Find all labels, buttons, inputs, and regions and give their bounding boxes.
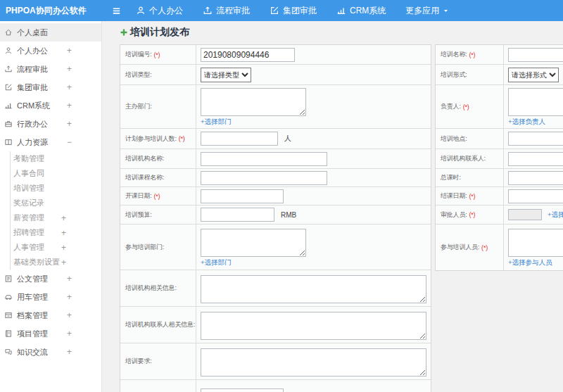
edit-icon <box>270 6 279 15</box>
sidebar: 个人桌面 个人办公 + 流程审批 + 集团审批 + CRM系统 + 行政办公 <box>0 21 102 392</box>
form-row: 总课时: <box>436 169 563 187</box>
expand-toggle[interactable]: + <box>61 258 66 267</box>
form-left-table: 培训编号:(*) 培训类型: 请选择类型 主办部门: +选择部门 计划参与培训人… <box>120 44 431 392</box>
sidebar-item[interactable]: 薪资管理 + <box>10 210 101 225</box>
attachment-input[interactable] <box>201 388 284 392</box>
expand-toggle[interactable]: + <box>67 329 72 339</box>
archive-icon <box>4 311 13 320</box>
edit-icon <box>4 83 13 91</box>
expand-toggle[interactable]: + <box>67 46 72 56</box>
select-leader-link[interactable]: +选择负责人 <box>508 118 545 127</box>
notebook-icon <box>4 329 13 338</box>
join-people-textarea[interactable] <box>508 229 563 257</box>
planned-count-input[interactable] <box>201 132 278 146</box>
org-name-input[interactable] <box>201 152 327 166</box>
expand-toggle[interactable]: + <box>61 243 66 253</box>
page-head: 培训计划发布 <box>120 26 189 39</box>
required-marker: (*) <box>154 193 160 200</box>
org-contact-info-textarea[interactable] <box>201 312 426 340</box>
doc-icon <box>4 274 13 283</box>
expand-toggle[interactable]: + <box>67 347 72 357</box>
sidebar-item[interactable]: 人事合同 <box>10 166 101 181</box>
sidebar-item[interactable]: 个人办公 + <box>0 42 101 60</box>
select-join-dept-link[interactable]: +选择部门 <box>201 258 232 267</box>
training-type-select[interactable]: 请选择类型 <box>201 68 251 82</box>
nav-item[interactable]: 集团审批 <box>270 5 317 17</box>
sidebar-item[interactable]: 人事管理 + <box>10 240 101 255</box>
sidebar-item[interactable]: 档案管理 + <box>0 306 101 324</box>
training-number-input[interactable] <box>201 48 295 62</box>
field-label: 培训类型: <box>120 65 196 84</box>
expand-toggle[interactable]: − <box>67 137 72 147</box>
sidebar-item[interactable]: 用车管理 + <box>0 288 101 306</box>
nav-item[interactable]: 流程审批 <box>203 5 250 17</box>
sidebar-item[interactable]: 人力资源 − <box>0 133 101 151</box>
field-label: 培训机构相关信息: <box>120 270 196 306</box>
caret-down-icon <box>443 8 449 14</box>
course-name-input[interactable] <box>201 171 327 185</box>
expand-toggle[interactable]: + <box>67 101 72 110</box>
sidebar-item[interactable]: 流程审批 + <box>0 60 101 78</box>
nav-item[interactable]: CRM系统 <box>336 5 386 17</box>
nav-item[interactable]: 个人办公 <box>136 5 183 17</box>
briefcase-icon <box>4 120 13 128</box>
share-icon <box>4 65 13 73</box>
expand-toggle[interactable]: + <box>67 292 72 302</box>
field-label: 结课日期:(*) <box>436 187 504 205</box>
form-row: 培训机构名称: <box>120 149 431 169</box>
form-row: 培训形式: 请选择形式 <box>436 65 563 85</box>
expand-toggle[interactable]: + <box>67 119 72 129</box>
nav-item[interactable]: 更多应用 <box>405 5 449 17</box>
sidebar-item[interactable]: 培训管理 <box>10 181 101 196</box>
sidebar-item[interactable]: 集团审批 + <box>0 78 101 96</box>
required-marker: (*) <box>469 193 476 200</box>
select-dept-link[interactable]: +选择部门 <box>201 118 232 127</box>
select-approver-link[interactable]: +选择审批人员 <box>548 210 563 220</box>
training-name-input[interactable] <box>508 48 563 62</box>
sidebar-item[interactable]: 考勤管理 <box>10 151 101 166</box>
home-icon <box>4 28 13 37</box>
total-hours-input[interactable] <box>508 171 563 185</box>
sidebar-item[interactable]: 知识交流 + <box>0 343 101 361</box>
expand-toggle[interactable]: + <box>67 310 72 320</box>
form-row: 计划参与培训人数:(*) 人 <box>120 129 431 149</box>
form-row: 主办部门: +选择部门 <box>120 85 431 129</box>
plus-icon <box>120 28 128 37</box>
form-row: 培训课程名称: <box>120 169 431 187</box>
field-label: 培训名称:(*) <box>436 45 504 64</box>
expand-toggle[interactable]: + <box>61 213 66 223</box>
join-dept-textarea[interactable] <box>201 229 306 257</box>
field-label: 附件文档: <box>120 380 196 392</box>
org-info-textarea[interactable] <box>201 275 426 303</box>
sidebar-item[interactable]: 项目管理 + <box>0 324 101 343</box>
chat-icon <box>4 348 13 356</box>
sidebar-item[interactable]: CRM系统 + <box>0 96 101 115</box>
expand-toggle[interactable]: + <box>67 82 72 92</box>
training-mode-select[interactable]: 请选择形式 <box>508 68 559 82</box>
approver-input[interactable] <box>508 209 542 220</box>
org-contact-input[interactable] <box>508 152 563 166</box>
expand-toggle[interactable]: + <box>67 64 72 74</box>
unit-suffix: 人 <box>284 134 291 144</box>
sidebar-item[interactable]: 招聘管理 + <box>10 225 101 240</box>
form-row: 参与培训部门: +选择部门 <box>120 225 431 270</box>
expand-toggle[interactable]: + <box>67 274 72 284</box>
host-dept-textarea[interactable] <box>201 88 306 116</box>
sidebar-item[interactable]: 行政办公 + <box>0 115 101 133</box>
end-date-input[interactable] <box>508 189 563 203</box>
sidebar-item[interactable]: 基础类别设置 + <box>10 255 101 270</box>
expand-toggle[interactable]: + <box>61 228 66 238</box>
select-join-people-link[interactable]: +选择参与人员 <box>508 258 552 267</box>
form-row: 培训预算: RMB <box>120 206 431 225</box>
sidebar-item[interactable]: 个人桌面 <box>0 23 101 42</box>
menu-toggle-icon[interactable] <box>111 6 122 16</box>
start-date-input[interactable] <box>201 189 284 203</box>
sidebar-item[interactable]: 公文管理 + <box>0 270 101 288</box>
sidebar-item[interactable]: 奖惩记录 <box>10 196 101 210</box>
location-input[interactable] <box>508 132 563 146</box>
leader-textarea[interactable] <box>508 88 563 116</box>
form-row: 培训机构联系人: <box>436 149 563 169</box>
user-icon <box>136 6 146 15</box>
requirements-textarea[interactable] <box>201 348 426 377</box>
budget-input[interactable] <box>201 208 274 222</box>
